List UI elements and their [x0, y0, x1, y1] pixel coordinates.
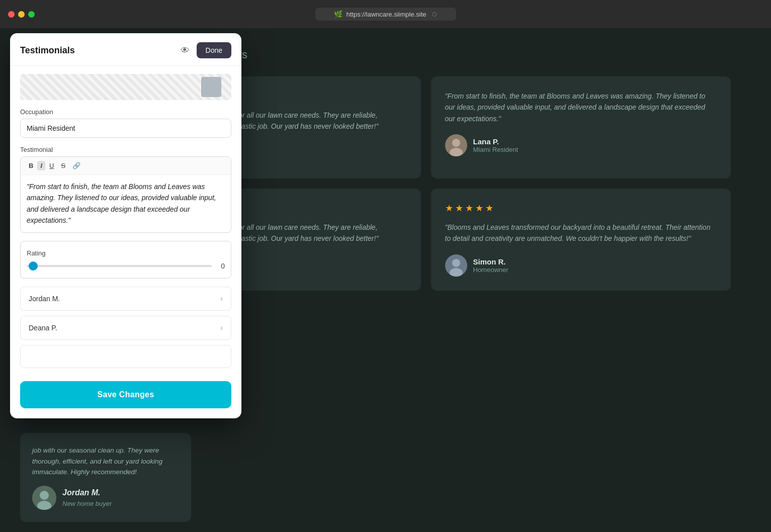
editor-panel: Testimonials 👁 Done Occupation Testimoni…	[10, 33, 241, 418]
bottom-card-author: Jordan M. New home buyer	[32, 486, 179, 510]
svg-point-4	[452, 139, 460, 147]
occupation-input[interactable]	[20, 119, 231, 138]
empty-item	[20, 345, 231, 368]
bottom-card-role: New home buyer	[62, 499, 112, 509]
author-name-4: Simon R.	[473, 257, 508, 266]
traffic-lights	[8, 11, 35, 18]
author-info-4: Simon R. Homeowner	[473, 257, 508, 274]
image-strip	[20, 74, 231, 100]
quote-4: "Blooms and Leaves transformed our backy…	[445, 222, 717, 244]
quote-2: "From start to finish, the team at Bloom…	[445, 91, 717, 124]
url-text: https://lawncare.siimple.site	[347, 11, 426, 18]
panel-body: Occupation Testimonial B I U S 🔗 "From s…	[10, 66, 241, 381]
svg-point-10	[452, 259, 460, 267]
rating-value: 0	[217, 262, 225, 270]
rating-label: Rating	[27, 249, 225, 257]
testimonial-card-2: "From start to finish, the team at Bloom…	[431, 76, 731, 179]
author-4: Simon R. Homeowner	[445, 254, 717, 277]
bottom-card-quote: job with our seasonal clean up. They wer…	[32, 447, 162, 476]
site-favicon-icon: 🌿	[334, 10, 342, 18]
preview-button[interactable]: 👁	[179, 43, 192, 58]
svg-point-13	[40, 491, 49, 500]
minimize-traffic-light[interactable]	[18, 11, 25, 18]
rte-wrapper: B I U S 🔗 "From start to finish, the tea…	[20, 156, 231, 233]
bottom-left-card: job with our seasonal clean up. They wer…	[20, 433, 191, 522]
bold-button[interactable]: B	[26, 161, 36, 170]
rating-box: Rating 0	[20, 241, 231, 279]
rte-toolbar: B I U S 🔗	[21, 157, 231, 175]
author-name-2: Lana P.	[473, 137, 519, 146]
main-area: ommunity of homeowners ★ ★ ★ ★ ★ "We rel…	[0, 28, 771, 532]
address-bar[interactable]: 🌿 https://lawncare.siimple.site ⬡	[315, 8, 456, 21]
collapsed-item-deana-label: Deana P.	[29, 324, 57, 332]
occupation-field-group: Occupation	[20, 108, 231, 138]
underline-button[interactable]: U	[46, 161, 57, 170]
external-link-icon[interactable]: ⬡	[432, 11, 437, 18]
author-role-4: Homeowner	[473, 266, 508, 274]
testimonial-label: Testimonial	[20, 146, 231, 153]
occupation-label: Occupation	[20, 108, 231, 116]
panel-header-actions: 👁 Done	[179, 42, 231, 58]
avatar-4	[445, 254, 467, 277]
chevron-right-icon-jordan: ›	[220, 294, 223, 303]
bottom-card-name: Jordan M.	[62, 486, 112, 499]
collapsed-item-jordan-label: Jordan M.	[29, 295, 60, 303]
fullscreen-traffic-light[interactable]	[28, 11, 35, 18]
avatar-2	[445, 134, 467, 156]
rating-slider-row: 0	[27, 262, 225, 270]
done-button[interactable]: Done	[197, 42, 231, 58]
save-changes-button[interactable]: Save Changes	[20, 381, 231, 408]
chevron-right-icon-deana: ›	[220, 323, 223, 332]
slider-track	[27, 265, 212, 267]
slider-thumb[interactable]	[29, 261, 38, 271]
testimonial-card-4: ★ ★ ★ ★ ★ "Blooms and Leaves transformed…	[431, 189, 731, 291]
panel-header: Testimonials 👁 Done	[10, 33, 241, 66]
italic-button[interactable]: I	[37, 161, 45, 170]
link-button[interactable]: 🔗	[69, 161, 83, 170]
panel-title: Testimonials	[20, 45, 75, 56]
author-role-2: Miami Resident	[473, 146, 519, 153]
stars-row-4: ★ ★ ★ ★ ★	[445, 203, 717, 214]
close-traffic-light[interactable]	[8, 11, 15, 18]
strikethrough-button[interactable]: S	[58, 161, 68, 170]
author-info-2: Lana P. Miami Resident	[473, 137, 519, 153]
browser-chrome: 🌿 https://lawncare.siimple.site ⬡	[0, 0, 771, 28]
author-2: Lana P. Miami Resident	[445, 134, 717, 156]
collapsed-item-deana[interactable]: Deana P. ›	[20, 316, 231, 340]
image-thumb	[201, 77, 221, 97]
collapsed-item-jordan[interactable]: Jordan M. ›	[20, 287, 231, 311]
rte-content[interactable]: "From start to finish, the team at Bloom…	[21, 175, 231, 232]
bottom-card-avatar	[32, 486, 56, 510]
testimonial-field-group: Testimonial B I U S 🔗 "From start to fin…	[20, 146, 231, 233]
